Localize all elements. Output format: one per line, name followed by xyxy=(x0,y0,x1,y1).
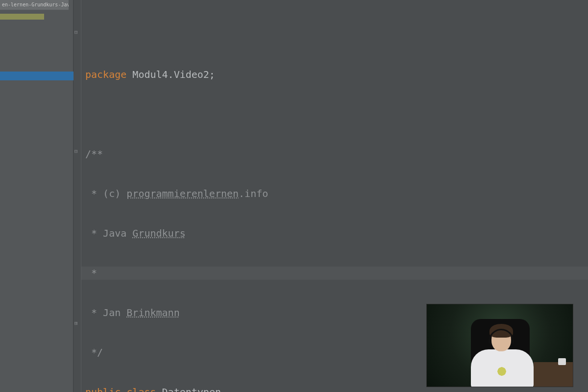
code-text: Modul4.Video2; xyxy=(126,69,215,80)
fold-marker-icon[interactable]: ⊟ xyxy=(74,29,78,35)
comment: * Jan xyxy=(85,307,126,318)
keyword: public xyxy=(85,386,121,392)
comment: .info xyxy=(239,188,268,199)
sidebar-item[interactable] xyxy=(0,14,44,20)
comment: * Java xyxy=(85,227,132,239)
fold-marker-icon[interactable]: ⊞ xyxy=(74,320,78,326)
webcam-mug xyxy=(558,358,566,365)
editor-gutter: ⊟ ⊟ ⊞ xyxy=(74,0,81,392)
class-name: Datentypen xyxy=(162,386,221,392)
project-sidebar[interactable]: en-lernen-Grundkurs-Java xyxy=(0,0,74,392)
comment: /** xyxy=(85,148,103,160)
fold-marker-icon[interactable]: ⊟ xyxy=(74,148,78,154)
keyword: package xyxy=(85,69,126,80)
webcam-desk xyxy=(534,362,573,387)
comment: Grundkurs xyxy=(132,227,185,239)
webcam-overlay xyxy=(426,304,573,387)
sidebar-selected-item[interactable] xyxy=(0,72,74,80)
comment: */ xyxy=(85,346,103,358)
sidebar-tab[interactable]: en-lernen-Grundkurs-Java xyxy=(0,0,69,10)
comment-link: programmierenlernen xyxy=(126,188,239,199)
comment: Brinkmann xyxy=(126,307,179,318)
webcam-hoodie-logo xyxy=(494,364,509,379)
comment: * (c) xyxy=(85,188,126,199)
comment: * xyxy=(85,267,97,279)
keyword: class xyxy=(126,386,156,392)
